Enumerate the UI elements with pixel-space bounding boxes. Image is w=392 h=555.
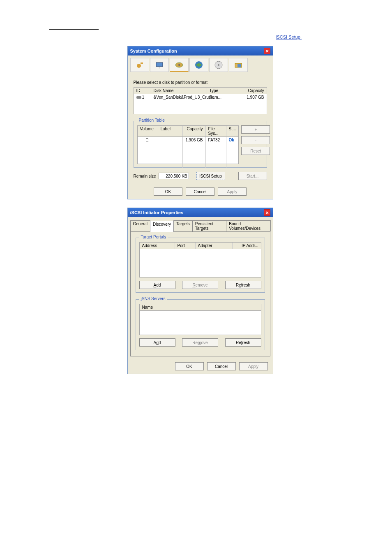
iscsi-setup-link[interactable]: iSCSI Setup. (276, 35, 302, 39)
p-cap: 1.906 GB (183, 137, 206, 143)
col-type: Type (207, 88, 234, 94)
svg-point-4 (178, 64, 180, 66)
target-portals-group: Target Portals Address Port Adapter IP A… (136, 238, 265, 293)
remain-label: Remain size (134, 174, 156, 178)
portals-table: Address Port Adapter IP Addr... (139, 242, 261, 278)
partition-legend: Partition Table (137, 118, 166, 123)
ok-button[interactable]: OK (154, 187, 182, 196)
disk-name: &Ven_SanDisk&Prod_U3_Cruze... (151, 94, 207, 100)
drive-icon (136, 95, 141, 99)
instruction-text: Please select a disk to partition or for… (134, 80, 267, 85)
add-isns-button[interactable]: Add (139, 338, 175, 347)
apply-button[interactable]: Apply (218, 187, 247, 196)
disk-table: ID Disk Name Type Capacity 1 &Ven_SanDis… (134, 87, 267, 114)
isns-table: Name (139, 304, 261, 335)
close-icon[interactable]: ✕ (264, 48, 270, 54)
svg-rect-2 (156, 62, 163, 67)
start-button[interactable]: Start... (238, 172, 267, 180)
header-underline (49, 25, 99, 30)
isns-servers-group: iSNS Servers Name Add Remove Refresh (136, 299, 265, 350)
disk-icon (174, 60, 184, 70)
col-adapter: Adapter (196, 243, 233, 249)
remain-value: 220.500 KB (159, 173, 189, 179)
dialog2-title: iSCSI Initiator Properties (130, 210, 184, 215)
toolbar-btn-3[interactable] (170, 58, 189, 72)
p-label (158, 137, 183, 143)
screen-icon (154, 60, 164, 70)
disk-type: Rem... (207, 94, 234, 100)
remove-partition-button[interactable]: - (241, 136, 270, 144)
close-icon[interactable]: ✕ (264, 209, 270, 216)
partition-group: Partition Table Volume Label Capacity Fi… (134, 121, 267, 168)
partition-row[interactable]: E: 1.906 GB FAT32 Ok (138, 137, 239, 143)
refresh-isns-button[interactable]: Refresh (225, 338, 261, 347)
dialog2-bottom: OK Cancel Apply (128, 359, 273, 374)
col-pcapacity: Capacity (183, 126, 206, 136)
cancel-button[interactable]: Cancel (186, 187, 214, 196)
partition-table: Volume Label Capacity File Sys... St... … (137, 125, 239, 164)
isns-legend: iSNS Servers (139, 296, 167, 301)
svg-point-7 (218, 64, 219, 66)
disk-capacity: 1.907 GB (234, 94, 267, 100)
add-portal-button[interactable]: Add (139, 281, 175, 289)
toolbar-btn-1[interactable] (130, 58, 149, 72)
portals-head: Address Port Adapter IP Addr... (140, 243, 261, 249)
toolbar-btn-4[interactable] (189, 58, 208, 72)
dialog2-body: Target Portals Address Port Adapter IP A… (130, 231, 270, 356)
svg-rect-9 (238, 64, 241, 67)
col-volume: Volume (138, 126, 158, 136)
cancel-button[interactable]: Cancel (207, 362, 236, 370)
col-capacity: Capacity (234, 88, 267, 94)
isns-head: Name (140, 304, 261, 311)
dialog1-bottom: OK Cancel Apply (128, 184, 273, 199)
col-label: Label (158, 126, 183, 136)
disk-id: 1 (142, 95, 145, 99)
toolbar-btn-5[interactable] (209, 58, 228, 72)
remove-isns-button[interactable]: Remove (182, 338, 218, 347)
col-status: St... (226, 126, 239, 136)
col-fs: File Sys... (206, 126, 226, 136)
p-fs: FAT32 (206, 137, 226, 143)
add-partition-button[interactable]: + (241, 125, 270, 134)
apply-button[interactable]: Apply (239, 362, 268, 370)
system-configuration-dialog: System Configuration ✕ Please select a d… (127, 46, 273, 199)
svg-point-0 (137, 64, 141, 68)
key-icon (135, 60, 145, 70)
target-portals-legend: Target Portals (139, 235, 168, 239)
p-vol: E: (138, 137, 158, 143)
dialog2-titlebar: iSCSI Initiator Properties ✕ (128, 208, 273, 217)
svg-rect-10 (136, 96, 141, 99)
dialog2-tabs: General Discovery Targets Persistent Tar… (128, 217, 273, 231)
remove-portal-button[interactable]: Remove (182, 281, 218, 289)
iscsi-initiator-dialog: iSCSI Initiator Properties ✕ General Dis… (127, 208, 273, 374)
svg-rect-1 (141, 62, 143, 64)
ok-button[interactable]: OK (175, 362, 204, 370)
p-status: Ok (226, 137, 239, 143)
dialog1-titlebar: System Configuration ✕ (128, 46, 273, 56)
tab-discovery[interactable]: Discovery (150, 221, 174, 232)
col-address: Address (140, 243, 175, 249)
partition-head: Volume Label Capacity File Sys... St... (138, 126, 239, 137)
refresh-portal-button[interactable]: Refresh (225, 281, 261, 289)
col-diskname: Disk Name (151, 88, 207, 94)
disk-row[interactable]: 1 &Ven_SanDisk&Prod_U3_Cruze... Rem... 1… (134, 94, 267, 100)
col-ipaddr: IP Addr... (233, 243, 261, 249)
toolbar-btn-2[interactable] (150, 58, 169, 72)
dialog1-title: System Configuration (130, 49, 177, 53)
globe-icon (194, 60, 204, 70)
disk-table-head: ID Disk Name Type Capacity (134, 88, 267, 94)
cd-icon (214, 60, 224, 70)
tab-persistent-targets[interactable]: Persistent Targets (192, 220, 226, 231)
toolbar-btn-6[interactable] (229, 58, 248, 72)
tab-bound-volumes[interactable]: Bound Volumes/Devices (226, 220, 270, 231)
col-port: Port (175, 243, 196, 249)
col-id: ID (134, 88, 151, 94)
tab-general[interactable]: General (130, 220, 151, 231)
tab-targets[interactable]: Targets (173, 220, 193, 231)
col-isns-name: Name (140, 304, 261, 310)
iscsi-setup-button[interactable]: iSCSI Setup (196, 172, 225, 180)
dialog1-toolbar (128, 56, 273, 73)
folder-icon (233, 60, 243, 70)
reset-button[interactable]: Reset (241, 147, 270, 155)
